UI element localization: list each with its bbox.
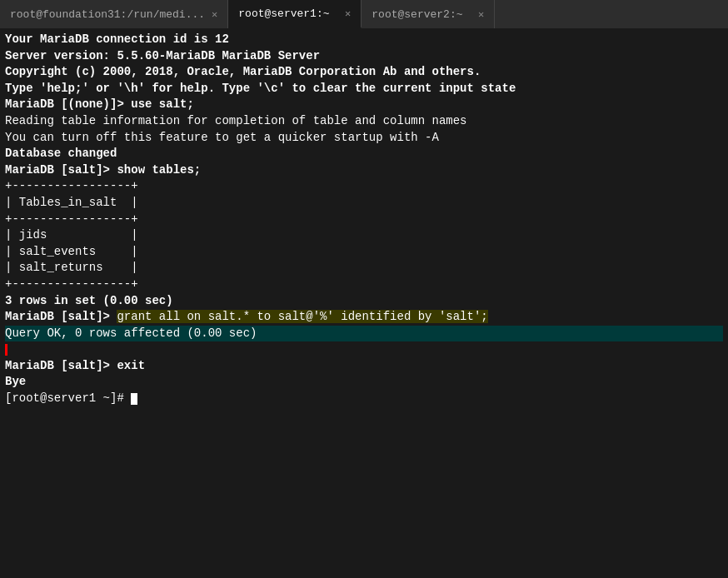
tab-close-icon[interactable]: ✕ xyxy=(212,8,217,21)
red-bar-indicator xyxy=(5,344,7,356)
terminal-line: Copyright (c) 2000, 2018, Oracle, MariaD… xyxy=(5,64,723,81)
tab-tab1[interactable]: root@foundation31:/run/medi...✕ xyxy=(0,0,228,28)
terminal-line: | salt_events | xyxy=(5,244,723,261)
tab-close-icon[interactable]: ✕ xyxy=(478,8,484,21)
terminal-line: Reading table information for completion… xyxy=(5,113,723,130)
prompt-text: [root@server1 ~]# xyxy=(5,391,131,405)
terminal-line: Type 'help;' or '\h' for help. Type '\c'… xyxy=(5,81,723,97)
terminal-line: Database changed xyxy=(5,146,723,162)
terminal-line: +-----------------+ xyxy=(5,277,723,293)
terminal-line: | jids | xyxy=(5,227,723,244)
terminal-line: | Tables_in_salt | xyxy=(5,195,723,212)
terminal-line: MariaDB [(none)]> use salt; xyxy=(5,97,723,113)
terminal-content[interactable]: Your MariaDB connection id is 12Server v… xyxy=(0,28,728,578)
tab-tab2[interactable]: root@server1:~✕ xyxy=(228,0,362,28)
terminal-line: 3 rows in set (0.00 sec) xyxy=(5,293,723,310)
tab-bar: root@foundation31:/run/medi...✕root@serv… xyxy=(0,0,728,28)
terminal-line: MariaDB [salt]> grant all on salt.* to s… xyxy=(5,309,723,326)
terminal-line: +-----------------+ xyxy=(5,178,723,195)
terminal-line: MariaDB [salt]> exit xyxy=(5,358,723,375)
terminal-line: Server version: 5.5.60-MariaDB MariaDB S… xyxy=(5,48,723,65)
terminal-cursor xyxy=(131,393,137,405)
terminal-line: MariaDB [salt]> show tables; xyxy=(5,162,723,179)
tab-label: root@server1:~ xyxy=(238,7,329,20)
terminal-line: Bye xyxy=(5,374,723,391)
terminal-line: +-----------------+ xyxy=(5,212,723,228)
tab-label: root@foundation31:/run/medi... xyxy=(10,8,205,21)
terminal-line: You can turn off this feature to get a q… xyxy=(5,130,723,147)
terminal-line: Query OK, 0 rows affected (0.00 sec) xyxy=(5,326,723,342)
terminal-line xyxy=(5,341,723,358)
terminal-line: | salt_returns | xyxy=(5,260,723,277)
terminal-line: Your MariaDB connection id is 12 xyxy=(5,32,723,48)
tab-label: root@server2:~ xyxy=(371,8,462,21)
tab-close-icon[interactable]: ✕ xyxy=(345,7,351,20)
terminal-window: root@foundation31:/run/medi...✕root@serv… xyxy=(0,0,728,578)
terminal-line: [root@server1 ~]# xyxy=(5,391,723,407)
tab-tab3[interactable]: root@server2:~✕ xyxy=(362,0,495,28)
